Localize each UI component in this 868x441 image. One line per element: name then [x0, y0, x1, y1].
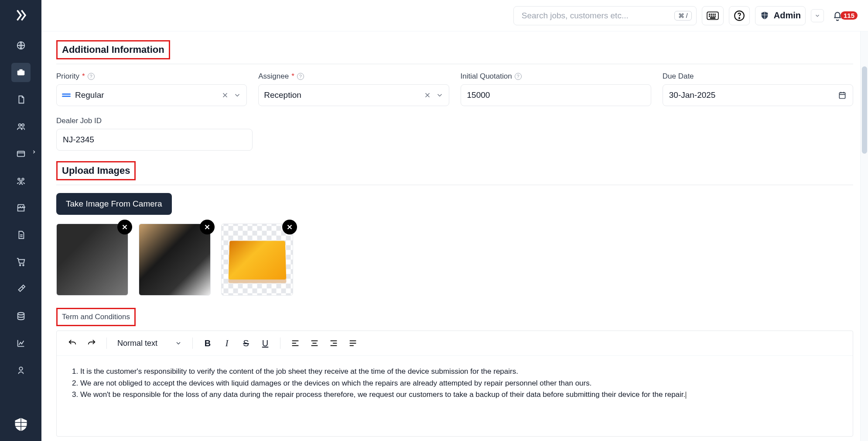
underline-button[interactable]: U [257, 335, 273, 351]
notif-badge: 115 [841, 11, 858, 20]
image-thumbnail[interactable] [139, 224, 211, 296]
align-right-button[interactable] [326, 335, 342, 351]
topbar: ⌘ / Admin 115 [41, 0, 868, 31]
sidebar-item-document[interactable] [11, 90, 31, 109]
strikethrough-button[interactable]: S [238, 335, 254, 351]
due-date-input[interactable]: 30-Jan-2025 [663, 84, 853, 106]
bold-button[interactable]: B [200, 335, 215, 351]
svg-point-17 [714, 14, 715, 14]
dealer-job-id-input[interactable] [56, 129, 253, 151]
initial-quotation-label: Initial Quotation ? [461, 72, 651, 81]
sidebar-item-users[interactable] [11, 117, 31, 136]
upload-images-heading: Upload Images [58, 162, 134, 179]
assignee-field-group: Assignee * ? Reception [258, 72, 449, 106]
remove-image-button[interactable] [282, 220, 297, 234]
sidebar-item-reports[interactable] [11, 334, 31, 353]
help-icon[interactable]: ? [515, 73, 522, 80]
align-left-button[interactable] [287, 335, 303, 351]
dealer-job-id-field-group: Dealer Job ID [56, 117, 253, 151]
align-justify-button[interactable] [345, 335, 361, 351]
priority-value: Regular [75, 90, 217, 100]
clear-icon[interactable] [221, 91, 229, 99]
sidebar-item-file[interactable] [11, 225, 31, 245]
editor-content[interactable]: It is the customer's responsibility to v… [57, 356, 853, 436]
take-image-camera-button[interactable]: Take Image From Camera [56, 193, 172, 215]
chevron-down-icon[interactable] [233, 91, 241, 99]
scrollbar[interactable] [860, 31, 868, 441]
sidebar-item-team[interactable] [11, 171, 31, 190]
svg-point-24 [739, 17, 740, 18]
svg-point-19 [711, 16, 712, 17]
divider [56, 185, 853, 185]
required-indicator: * [82, 72, 85, 81]
svg-rect-5 [17, 152, 24, 157]
svg-rect-1 [17, 70, 24, 75]
due-date-value: 30-Jan-2025 [669, 90, 834, 100]
sidebar-item-globe[interactable] [11, 36, 31, 55]
help-icon[interactable]: ? [297, 73, 304, 80]
terms-item: We won't be responsible for the loss of … [80, 389, 840, 400]
notifications-button[interactable]: 115 [832, 10, 858, 21]
editor-toolbar: Normal text B I S U [57, 331, 853, 356]
required-indicator: * [291, 72, 294, 81]
search-shortcut-chip: ⌘ / [674, 11, 692, 21]
align-center-button[interactable] [307, 335, 322, 351]
sidebar-item-tools[interactable] [11, 279, 31, 299]
help-icon[interactable]: ? [88, 73, 95, 80]
macbook-icon [228, 241, 286, 279]
assignee-value: Reception [264, 90, 419, 100]
app-logo [13, 417, 29, 432]
redo-button[interactable] [84, 335, 99, 351]
sidebar-item-cart[interactable] [11, 252, 31, 272]
italic-button[interactable]: I [219, 335, 235, 351]
scrollbar-thumb[interactable] [862, 66, 867, 154]
shield-icon [760, 11, 769, 21]
remove-image-button[interactable] [200, 220, 215, 234]
chevron-right-icon [31, 149, 37, 155]
terms-heading: Term and Conditions [58, 309, 134, 325]
sidebar-item-store[interactable] [11, 198, 31, 217]
clear-icon[interactable] [424, 91, 431, 99]
image-thumbnail[interactable] [221, 224, 293, 296]
user-dropdown-caret[interactable] [811, 9, 824, 22]
calendar-icon[interactable] [838, 91, 847, 100]
user-name: Admin [774, 10, 801, 21]
svg-point-3 [18, 124, 21, 127]
sidebar-expand-button[interactable] [14, 8, 28, 23]
chevron-down-icon[interactable] [436, 91, 444, 99]
dealer-job-id-label: Dealer Job ID [56, 117, 253, 125]
svg-point-7 [22, 178, 24, 180]
user-menu-button[interactable]: Admin [755, 6, 806, 25]
sidebar-item-payments[interactable] [11, 144, 31, 163]
sidebar-item-profile[interactable] [11, 361, 31, 380]
svg-point-12 [19, 367, 22, 370]
search-input-wrap[interactable]: ⌘ / [513, 6, 697, 25]
due-date-label: Due Date [663, 72, 853, 81]
priority-label: Priority * ? [56, 72, 247, 81]
assignee-select[interactable]: Reception [258, 84, 449, 106]
remove-image-button[interactable] [117, 220, 132, 234]
sidebar-item-jobs[interactable] [11, 63, 31, 82]
initial-quotation-input[interactable] [461, 84, 651, 106]
svg-point-20 [713, 16, 714, 17]
toolbar-separator [106, 338, 107, 349]
svg-point-10 [23, 265, 24, 266]
svg-point-14 [709, 14, 710, 14]
svg-point-18 [709, 16, 710, 17]
text-style-select[interactable]: Normal text [114, 337, 185, 350]
sidebar-item-database[interactable] [11, 307, 31, 326]
image-thumbnail[interactable] [56, 224, 128, 296]
help-button[interactable] [729, 6, 750, 25]
toolbar-separator [280, 338, 280, 349]
terms-item: It is the customer's responsibility to v… [80, 366, 840, 377]
divider [56, 64, 853, 64]
keyboard-button[interactable] [702, 6, 724, 25]
svg-point-11 [17, 313, 24, 315]
search-input[interactable] [522, 11, 674, 21]
terms-item: We are not obliged to accept the devices… [80, 378, 840, 389]
terms-editor: Normal text B I S U It is the [56, 331, 853, 437]
undo-button[interactable] [65, 335, 80, 351]
uploaded-images [56, 224, 853, 296]
priority-select[interactable]: Regular [56, 84, 247, 106]
svg-point-15 [711, 14, 712, 14]
